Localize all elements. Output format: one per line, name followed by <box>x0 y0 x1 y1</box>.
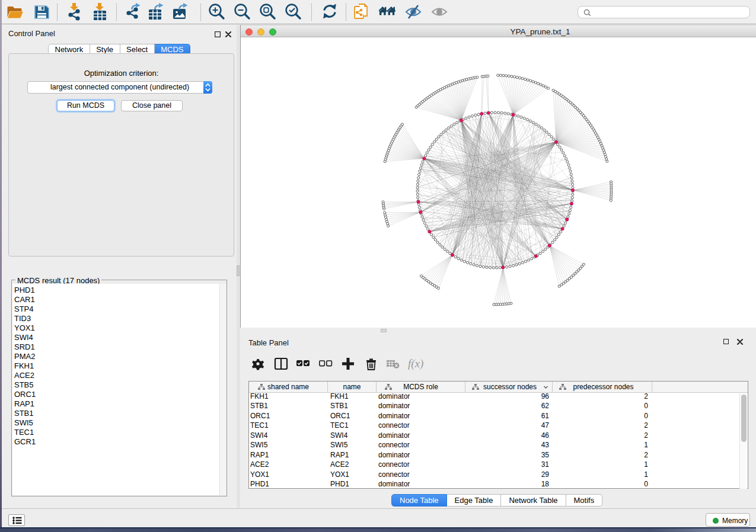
svg-text:f(x): f(x) <box>408 357 423 370</box>
